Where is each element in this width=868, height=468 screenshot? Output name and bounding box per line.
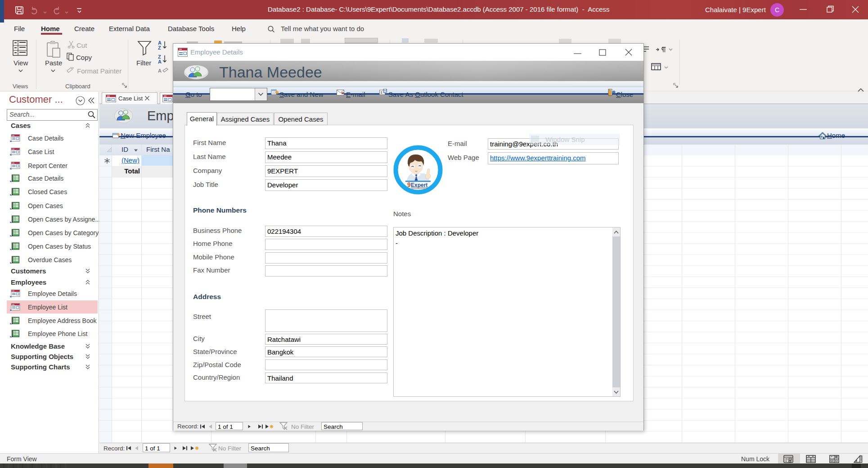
svg-text:9: 9 [407, 181, 411, 188]
svg-text:Expert: Expert [411, 182, 427, 188]
svg-text:A: A [158, 59, 162, 64]
svg-text:Z: Z [158, 45, 161, 50]
svg-text:A: A [158, 68, 162, 73]
